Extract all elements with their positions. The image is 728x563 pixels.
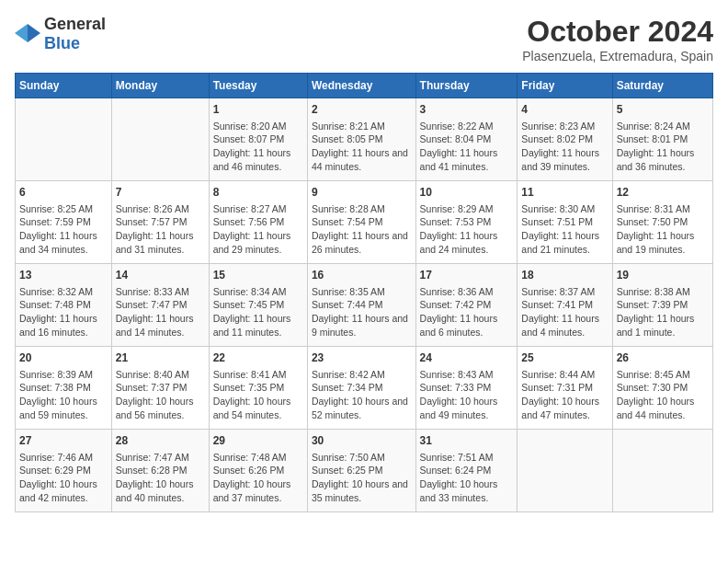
day-number: 18	[521, 268, 608, 283]
logo-blue: Blue	[44, 34, 80, 52]
cell-content: Sunrise: 7:48 AM Sunset: 6:26 PM Dayligh…	[213, 451, 303, 505]
day-number: 1	[213, 102, 303, 118]
calendar-cell: 12Sunrise: 8:31 AM Sunset: 7:50 PM Dayli…	[612, 181, 712, 264]
calendar-cell: 23Sunrise: 8:42 AM Sunset: 7:34 PM Dayli…	[307, 347, 415, 430]
cell-content: Sunrise: 8:28 AM Sunset: 7:54 PM Dayligh…	[312, 202, 412, 257]
calendar-cell: 8Sunrise: 8:27 AM Sunset: 7:56 PM Daylig…	[209, 181, 307, 264]
calendar-cell: 11Sunrise: 8:30 AM Sunset: 7:51 PM Dayli…	[518, 181, 612, 264]
calendar-cell: 30Sunrise: 7:50 AM Sunset: 6:25 PM Dayli…	[307, 430, 415, 512]
cell-content: Sunrise: 8:24 AM Sunset: 8:01 PM Dayligh…	[617, 120, 709, 174]
calendar-cell: 22Sunrise: 8:41 AM Sunset: 7:35 PM Dayli…	[209, 347, 307, 430]
calendar-cell: 25Sunrise: 8:44 AM Sunset: 7:31 PM Dayli…	[518, 347, 612, 430]
location-title: Plasenzuela, Extremadura, Spain	[522, 49, 713, 63]
day-number: 15	[213, 268, 303, 283]
cell-content: Sunrise: 8:41 AM Sunset: 7:35 PM Dayligh…	[213, 368, 303, 422]
cell-content: Sunrise: 8:34 AM Sunset: 7:45 PM Dayligh…	[213, 285, 303, 339]
day-number: 14	[116, 268, 205, 283]
cell-content: Sunrise: 8:39 AM Sunset: 7:38 PM Dayligh…	[19, 368, 108, 422]
cell-content: Sunrise: 8:27 AM Sunset: 7:56 PM Dayligh…	[213, 202, 303, 257]
day-number: 20	[19, 350, 108, 366]
day-header-wednesday: Wednesday	[307, 74, 415, 98]
day-number: 9	[312, 185, 412, 201]
calendar-cell: 9Sunrise: 8:28 AM Sunset: 7:54 PM Daylig…	[307, 181, 415, 264]
calendar-cell: 4Sunrise: 8:23 AM Sunset: 8:02 PM Daylig…	[518, 98, 612, 181]
week-row-4: 20Sunrise: 8:39 AM Sunset: 7:38 PM Dayli…	[16, 347, 713, 430]
week-row-3: 13Sunrise: 8:32 AM Sunset: 7:48 PM Dayli…	[16, 264, 713, 347]
calendar-cell: 24Sunrise: 8:43 AM Sunset: 7:33 PM Dayli…	[415, 347, 518, 430]
week-row-5: 27Sunrise: 7:46 AM Sunset: 6:29 PM Dayli…	[16, 430, 713, 512]
day-number: 22	[213, 350, 303, 366]
cell-content: Sunrise: 8:20 AM Sunset: 8:07 PM Dayligh…	[213, 120, 303, 174]
cell-content: Sunrise: 8:38 AM Sunset: 7:39 PM Dayligh…	[617, 285, 709, 339]
day-number: 13	[19, 268, 108, 283]
cell-content: Sunrise: 8:31 AM Sunset: 7:50 PM Dayligh…	[617, 202, 709, 257]
cell-content: Sunrise: 8:44 AM Sunset: 7:31 PM Dayligh…	[521, 368, 608, 422]
svg-marker-2	[15, 24, 28, 42]
cell-content: Sunrise: 8:37 AM Sunset: 7:41 PM Dayligh…	[521, 285, 608, 339]
cell-content: Sunrise: 8:25 AM Sunset: 7:59 PM Dayligh…	[19, 202, 108, 257]
cell-content: Sunrise: 7:50 AM Sunset: 6:25 PM Dayligh…	[312, 451, 412, 505]
cell-content: Sunrise: 8:36 AM Sunset: 7:42 PM Dayligh…	[420, 285, 514, 339]
cell-content: Sunrise: 8:21 AM Sunset: 8:05 PM Dayligh…	[312, 120, 412, 174]
cell-content: Sunrise: 7:46 AM Sunset: 6:29 PM Dayligh…	[19, 451, 108, 505]
calendar-cell	[16, 98, 112, 181]
calendar-cell: 1Sunrise: 8:20 AM Sunset: 8:07 PM Daylig…	[209, 98, 307, 181]
week-row-2: 6Sunrise: 8:25 AM Sunset: 7:59 PM Daylig…	[16, 181, 713, 264]
day-number: 27	[19, 433, 108, 449]
cell-content: Sunrise: 8:30 AM Sunset: 7:51 PM Dayligh…	[521, 202, 608, 257]
day-number: 31	[420, 433, 514, 449]
calendar-cell: 17Sunrise: 8:36 AM Sunset: 7:42 PM Dayli…	[415, 264, 518, 347]
calendar-cell: 15Sunrise: 8:34 AM Sunset: 7:45 PM Dayli…	[209, 264, 307, 347]
day-number: 25	[521, 350, 608, 366]
calendar-cell: 16Sunrise: 8:35 AM Sunset: 7:44 PM Dayli…	[307, 264, 415, 347]
day-number: 30	[312, 433, 412, 449]
day-number: 8	[213, 185, 303, 201]
calendar-body: 1Sunrise: 8:20 AM Sunset: 8:07 PM Daylig…	[16, 98, 713, 512]
day-number: 16	[312, 268, 412, 283]
cell-content: Sunrise: 8:43 AM Sunset: 7:33 PM Dayligh…	[420, 368, 514, 422]
week-row-1: 1Sunrise: 8:20 AM Sunset: 8:07 PM Daylig…	[16, 98, 713, 181]
day-number: 7	[116, 185, 205, 201]
day-number: 3	[420, 102, 514, 118]
day-number: 2	[312, 102, 412, 118]
calendar-cell: 21Sunrise: 8:40 AM Sunset: 7:37 PM Dayli…	[111, 347, 209, 430]
logo-icon	[15, 24, 40, 44]
calendar-cell: 3Sunrise: 8:22 AM Sunset: 8:04 PM Daylig…	[415, 98, 518, 181]
calendar-table: SundayMondayTuesdayWednesdayThursdayFrid…	[15, 73, 713, 512]
calendar-cell: 29Sunrise: 7:48 AM Sunset: 6:26 PM Dayli…	[209, 430, 307, 512]
days-header-row: SundayMondayTuesdayWednesdayThursdayFrid…	[16, 74, 713, 98]
day-number: 26	[617, 350, 709, 366]
cell-content: Sunrise: 8:29 AM Sunset: 7:53 PM Dayligh…	[420, 202, 514, 257]
calendar-cell: 5Sunrise: 8:24 AM Sunset: 8:01 PM Daylig…	[612, 98, 712, 181]
day-number: 24	[420, 350, 514, 366]
cell-content: Sunrise: 7:47 AM Sunset: 6:28 PM Dayligh…	[116, 451, 205, 505]
day-number: 19	[617, 268, 709, 283]
day-number: 10	[420, 185, 514, 201]
day-number: 5	[617, 102, 709, 118]
logo-general: General	[44, 15, 106, 33]
day-number: 11	[521, 185, 608, 201]
day-header-tuesday: Tuesday	[209, 74, 307, 98]
cell-content: Sunrise: 8:42 AM Sunset: 7:34 PM Dayligh…	[312, 368, 412, 422]
calendar-cell: 13Sunrise: 8:32 AM Sunset: 7:48 PM Dayli…	[16, 264, 112, 347]
calendar-cell: 2Sunrise: 8:21 AM Sunset: 8:05 PM Daylig…	[307, 98, 415, 181]
calendar-cell: 31Sunrise: 7:51 AM Sunset: 6:24 PM Dayli…	[415, 430, 518, 512]
day-header-sunday: Sunday	[16, 74, 112, 98]
calendar-cell: 18Sunrise: 8:37 AM Sunset: 7:41 PM Dayli…	[518, 264, 612, 347]
day-header-thursday: Thursday	[415, 74, 518, 98]
calendar-cell: 10Sunrise: 8:29 AM Sunset: 7:53 PM Dayli…	[415, 181, 518, 264]
cell-content: Sunrise: 8:35 AM Sunset: 7:44 PM Dayligh…	[312, 285, 412, 339]
calendar-cell: 28Sunrise: 7:47 AM Sunset: 6:28 PM Dayli…	[111, 430, 209, 512]
cell-content: Sunrise: 8:40 AM Sunset: 7:37 PM Dayligh…	[116, 368, 205, 422]
calendar-cell: 6Sunrise: 8:25 AM Sunset: 7:59 PM Daylig…	[16, 181, 112, 264]
calendar-cell: 14Sunrise: 8:33 AM Sunset: 7:47 PM Dayli…	[111, 264, 209, 347]
cell-content: Sunrise: 8:45 AM Sunset: 7:30 PM Dayligh…	[617, 368, 709, 422]
calendar-cell	[111, 98, 209, 181]
calendar-cell: 27Sunrise: 7:46 AM Sunset: 6:29 PM Dayli…	[16, 430, 112, 512]
header: General Blue October 2024 Plasenzuela, E…	[15, 15, 713, 63]
calendar-cell: 26Sunrise: 8:45 AM Sunset: 7:30 PM Dayli…	[612, 347, 712, 430]
day-number: 28	[116, 433, 205, 449]
cell-content: Sunrise: 8:32 AM Sunset: 7:48 PM Dayligh…	[19, 285, 108, 339]
day-header-friday: Friday	[518, 74, 612, 98]
day-number: 6	[19, 185, 108, 201]
